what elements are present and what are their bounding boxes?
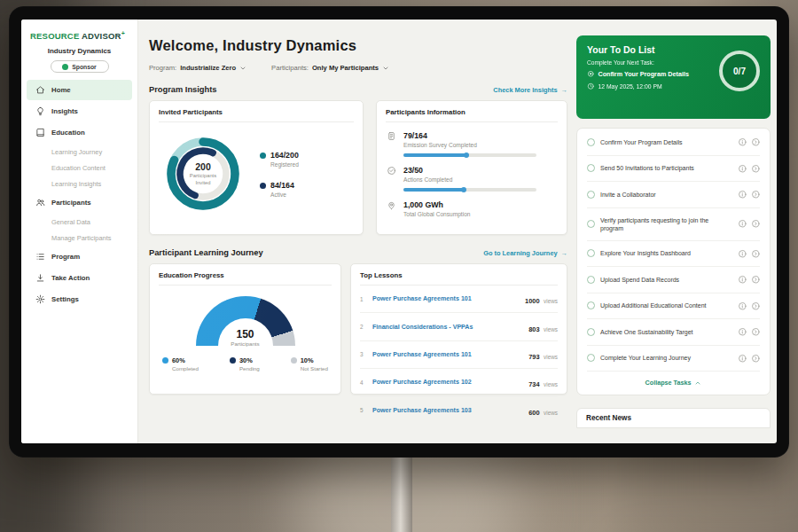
info-label: Emission Survey Completed xyxy=(403,142,536,148)
location-pin-icon xyxy=(386,200,396,217)
task-radio[interactable] xyxy=(587,249,595,257)
task-row[interactable]: Verify participants requesting to join t… xyxy=(587,208,760,241)
legend-dot xyxy=(230,357,236,364)
sidebar-item-program[interactable]: Program xyxy=(27,246,132,267)
card-title: Participants Information xyxy=(386,108,558,122)
task-radio[interactable] xyxy=(587,164,595,172)
chevron-right-circle-icon[interactable] xyxy=(751,301,761,311)
dashboard-screen: RESOURCE ADVISOR+ Industry Dynamics Spon… xyxy=(21,20,777,443)
lesson-row[interactable]: 4 Power Purchase Agreements 102 734 view… xyxy=(360,369,558,396)
task-radio[interactable] xyxy=(587,191,595,199)
program-insights-header: Program Insights Check More Insights → xyxy=(149,85,567,94)
info-icon[interactable] xyxy=(738,249,747,259)
task-row[interactable]: Upload Additional Educational Content xyxy=(587,293,760,320)
sidebar-item-take-action[interactable]: Take Action xyxy=(27,268,132,288)
lesson-title-link[interactable]: Financial Considerations - VPPAs xyxy=(372,324,522,331)
check-more-insights-link[interactable]: Check More Insights → xyxy=(493,86,567,94)
sidebar-item-home[interactable]: Home xyxy=(27,80,132,100)
info-icon[interactable] xyxy=(738,164,747,174)
main-content: Welcome, Industry Dynamics Program: Indu… xyxy=(149,20,567,395)
chevron-down-icon xyxy=(382,65,389,72)
book-icon xyxy=(35,128,45,137)
sidebar-item-insights[interactable]: Insights xyxy=(27,101,132,121)
task-label: Achieve One Sustainability Target xyxy=(600,328,732,336)
lesson-row[interactable]: 5 Power Purchase Agreements 103 600 view… xyxy=(360,397,558,424)
program-select-value: Industrialize Zero xyxy=(180,64,236,72)
target-icon xyxy=(587,70,595,78)
sponsor-badge[interactable]: Sponsor xyxy=(51,60,109,73)
sidebar-item-participants[interactable]: Participants xyxy=(27,192,132,213)
chevron-right-circle-icon[interactable] xyxy=(751,249,761,259)
home-icon xyxy=(35,85,45,95)
chevron-right-circle-icon[interactable] xyxy=(751,219,761,229)
lesson-views: 600 views xyxy=(528,403,558,419)
chevron-right-circle-icon[interactable] xyxy=(751,190,761,200)
download-icon xyxy=(35,273,45,283)
info-icon[interactable] xyxy=(738,301,747,311)
task-row[interactable]: Send 50 Invitations to Participants xyxy=(587,156,760,183)
legend-label: Active xyxy=(270,192,294,198)
lesson-row[interactable]: 2 Financial Considerations - VPPAs 803 v… xyxy=(360,313,558,340)
task-row[interactable]: Complete Your Learning Journey xyxy=(587,346,760,372)
collapse-tasks-link[interactable]: Collapse Tasks xyxy=(587,372,760,394)
lesson-row[interactable]: 1 Power Purchase Agreements 101 1000 vie… xyxy=(360,286,558,313)
nav-label: Insights xyxy=(51,107,78,115)
sidebar-nav: Home Insights Education Learning Journey… xyxy=(21,80,137,309)
sidebar: RESOURCE ADVISOR+ Industry Dynamics Spon… xyxy=(21,20,138,443)
task-row[interactable]: Upload Spend Data Records xyxy=(587,267,760,293)
sidebar-item-education-content[interactable]: Education Content xyxy=(21,160,137,176)
chevron-right-circle-icon[interactable] xyxy=(751,164,761,174)
people-icon xyxy=(35,198,45,207)
participants-information-card: Participants Information 79/164 Emission… xyxy=(376,100,567,235)
link-label: Check More Insights xyxy=(493,86,557,94)
info-icon[interactable] xyxy=(738,354,747,364)
todo-due-label: 12 May 2025, 12:00 PM xyxy=(598,83,662,90)
filter-bar: Program: Industrialize Zero Participants… xyxy=(149,64,567,72)
task-actions xyxy=(738,137,760,147)
task-row[interactable]: Invite a Collaborator xyxy=(587,182,760,208)
sidebar-item-manage-participants[interactable]: Manage Participants xyxy=(21,230,137,246)
task-radio[interactable] xyxy=(587,328,595,336)
gauge-legend: 60% Completed 30% Pending 10% Not Starte… xyxy=(159,356,332,372)
donut-legend: 164/200 Registered 84/164 Active xyxy=(260,151,299,198)
chevron-right-circle-icon[interactable] xyxy=(751,354,761,364)
task-row[interactable]: Confirm Your Program Details xyxy=(587,129,760,156)
task-row[interactable]: Achieve One Sustainability Target xyxy=(587,319,760,346)
task-radio[interactable] xyxy=(587,138,595,146)
lesson-title-link[interactable]: Power Purchase Agreements 102 xyxy=(372,379,522,386)
task-radio[interactable] xyxy=(587,276,595,284)
task-label: Confirm Your Program Details xyxy=(600,138,732,146)
sidebar-item-settings[interactable]: Settings xyxy=(27,289,132,309)
nav-label: Take Action xyxy=(51,274,90,282)
legend-value: 164/200 xyxy=(270,151,299,160)
chevron-right-circle-icon[interactable] xyxy=(751,327,761,337)
lesson-row[interactable]: 3 Power Purchase Agreements 101 793 view… xyxy=(360,341,558,369)
participants-select[interactable]: Participants: Only My Participants xyxy=(271,64,389,72)
lesson-views: 734 views xyxy=(528,374,558,390)
lesson-title-link[interactable]: Power Purchase Agreements 101 xyxy=(372,295,519,302)
info-icon[interactable] xyxy=(738,190,747,200)
chevron-right-circle-icon[interactable] xyxy=(751,275,761,285)
task-radio[interactable] xyxy=(587,220,595,228)
task-radio[interactable] xyxy=(587,354,595,362)
recent-news-card: Recent News xyxy=(576,408,771,428)
nav-label: Home xyxy=(51,86,71,94)
task-row[interactable]: Explore Your Insights Dashboard xyxy=(587,241,760,268)
lesson-title-link[interactable]: Power Purchase Agreements 103 xyxy=(372,407,522,414)
info-icon[interactable] xyxy=(738,275,747,285)
task-list-card: Confirm Your Program Details Send 50 Inv… xyxy=(576,128,771,395)
info-icon[interactable] xyxy=(738,327,747,337)
progress-fill xyxy=(403,153,467,157)
sidebar-item-education[interactable]: Education xyxy=(27,122,132,143)
sidebar-item-learning-insights[interactable]: Learning Insights xyxy=(21,176,137,192)
go-to-learning-journey-link[interactable]: Go to Learning Journey → xyxy=(483,249,567,257)
sponsor-dot-icon xyxy=(62,64,68,70)
lesson-title-link[interactable]: Power Purchase Agreements 101 xyxy=(372,351,522,358)
chevron-right-circle-icon[interactable] xyxy=(751,137,761,147)
program-select[interactable]: Program: Industrialize Zero xyxy=(149,64,246,72)
sidebar-item-learning-journey[interactable]: Learning Journey xyxy=(21,144,137,160)
sidebar-item-general-data[interactable]: General Data xyxy=(21,214,137,230)
info-icon[interactable] xyxy=(738,219,747,229)
info-icon[interactable] xyxy=(738,137,747,147)
task-radio[interactable] xyxy=(587,301,595,309)
